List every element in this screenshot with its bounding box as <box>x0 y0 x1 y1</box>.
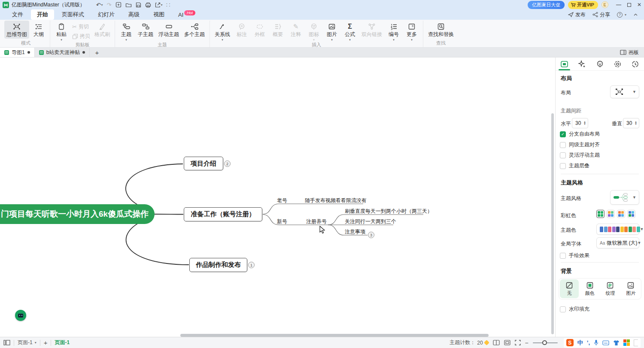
page-tab-active[interactable]: 页面-1 <box>55 339 70 346</box>
panel-tab-clipart[interactable] <box>609 57 626 70</box>
mindmap-mode-button[interactable]: 思维导图 <box>4 21 29 39</box>
outline-mode-button[interactable]: 大纲 <box>30 21 47 39</box>
insert-icon-button[interactable]: 图标 ▾ <box>305 21 322 41</box>
help-button[interactable]: ?▾ <box>617 12 626 18</box>
vertical-spacing-stepper[interactable]: 30 ▲▼ <box>623 118 639 128</box>
numbering-button[interactable]: 编号 ▾ <box>385 21 402 41</box>
layout-dropdown[interactable]: ▼ <box>610 85 639 98</box>
panel-tab-style[interactable] <box>556 57 573 70</box>
microphone-icon[interactable] <box>594 339 598 346</box>
minimize-button[interactable]: — <box>616 2 621 7</box>
theme-color-dropdown[interactable]: ▼ <box>596 224 639 235</box>
page-list-button[interactable] <box>3 340 10 345</box>
tab-ai[interactable]: AI Hot <box>172 10 201 19</box>
summer-promo-badge[interactable]: 亿图夏日大促 <box>528 1 565 9</box>
floating-topic-button[interactable]: 浮动主题 <box>156 21 181 39</box>
picture-button[interactable]: 图片 ▾ <box>323 21 340 41</box>
panel-tab-icon[interactable] <box>591 57 608 70</box>
sibling-align-checkbox[interactable]: 同级主题对齐 <box>560 141 600 148</box>
panel-tab-ai[interactable] <box>573 57 591 70</box>
tab-slides[interactable]: 幻灯片 <box>92 9 121 20</box>
summary-button[interactable]: 概要 <box>269 21 286 39</box>
tab-home[interactable]: 开始 <box>31 9 54 20</box>
root-topic[interactable]: 门项目每天听歌一小时月入6k傻瓜式操作 <box>0 204 155 224</box>
tab-advanced[interactable]: 高级 <box>122 9 146 20</box>
topic-button[interactable]: 主题 ▾ <box>118 21 135 41</box>
fullscreen-button[interactable] <box>515 340 521 345</box>
close-button[interactable]: ✕ <box>637 2 641 7</box>
subtopic-old-note[interactable]: 随手发布视频看看限流没有 <box>305 197 367 204</box>
user-avatar[interactable]: E <box>601 1 608 8</box>
undo-button[interactable]: ↶▾ <box>96 2 103 8</box>
add-page-button[interactable]: + <box>44 339 48 346</box>
paste-button[interactable]: 粘贴 ▾ <box>53 21 70 41</box>
stepper-arrows-icon[interactable]: ▲▼ <box>583 121 586 125</box>
tab-page-style[interactable]: 页面样式 <box>56 9 90 20</box>
skin-shirt-icon[interactable] <box>613 340 620 346</box>
print-button[interactable] <box>145 2 151 8</box>
zoom-slider-handle[interactable] <box>542 340 547 345</box>
comment-button[interactable]: ✎ 注释 <box>287 21 304 39</box>
subtopic-old-account[interactable]: 老号 <box>277 197 287 204</box>
boundary-button[interactable]: 外框 <box>251 21 268 39</box>
punctuation-icon[interactable]: ’, <box>587 339 590 346</box>
free-layout-checkbox[interactable]: ✓ 分支自由布局 <box>560 130 600 138</box>
bg-texture-option[interactable]: 纹理 <box>601 279 620 298</box>
rainbow-swatch-rainbow[interactable] <box>607 210 615 218</box>
multi-topic-button[interactable]: 多个主题 <box>182 21 207 39</box>
cut-button[interactable]: ✂剪切 <box>71 23 91 31</box>
doc-tab-1[interactable]: 导图1 <box>0 48 35 57</box>
vertical-scrollbar[interactable] <box>551 113 554 334</box>
rainbow-swatch-warm[interactable] <box>617 210 625 218</box>
rainbow-swatch-green[interactable] <box>596 210 605 218</box>
branch-topic-publish[interactable]: 作品制作和发布 <box>189 258 247 272</box>
collapse-badge[interactable]: 2 <box>224 160 231 167</box>
bg-none-option[interactable]: 无 <box>560 279 579 298</box>
collapse-badge[interactable]: 1 <box>248 262 255 268</box>
panel-tab-history[interactable] <box>626 57 644 70</box>
save-button[interactable] <box>136 2 141 8</box>
branch-topic-intro[interactable]: 项目介绍 <box>184 157 223 170</box>
branch-topic-prepare[interactable]: 准备工作（账号注册） <box>184 207 262 221</box>
ai-assistant-button[interactable] <box>15 310 26 321</box>
topic-overlap-checkbox[interactable]: 主题层叠 <box>560 162 589 169</box>
relationship-button[interactable]: 关系线 ▾ <box>213 21 232 41</box>
bidirectional-link-button[interactable]: 双向链接 <box>359 21 384 39</box>
split-view-button[interactable] <box>493 340 500 345</box>
toolbox-grid-icon[interactable] <box>623 339 630 346</box>
horizontal-spacing-stepper[interactable]: 30 ▲▼ <box>572 118 588 128</box>
tab-view[interactable]: 视图 <box>147 9 170 20</box>
doc-tab-2[interactable]: b站卖天涯神贴 <box>35 48 90 57</box>
subtopic-register[interactable]: 注册养号 <box>306 218 327 225</box>
new-doc-tab-button[interactable]: + <box>90 48 104 57</box>
subtopic-brush-vertical[interactable]: 刷垂直度每天一到两个小时（两三天） <box>345 208 432 215</box>
copy-button[interactable]: 拷贝 <box>71 32 91 40</box>
flexible-floating-checkbox[interactable]: 灵活浮动主题 <box>560 151 600 159</box>
mindmap-canvas[interactable]: 门项目每天听歌一小时月入6k傻瓜式操作 项目介绍 2 准备工作（账号注册） 作品… <box>0 57 555 337</box>
callout-button[interactable]: 标注 <box>233 21 250 39</box>
fit-page-button[interactable] <box>504 340 510 345</box>
bg-image-option[interactable]: 图片 <box>621 279 640 298</box>
hand-drawn-checkbox[interactable]: 手绘效果 <box>560 252 589 259</box>
collapse-badge[interactable]: 3 <box>368 232 374 238</box>
more-button[interactable]: 更多 ▾ <box>403 21 420 41</box>
collapse-ribbon-button[interactable] <box>633 12 638 18</box>
rainbow-swatch-cool[interactable] <box>627 210 635 218</box>
bg-color-option[interactable]: 颜色 <box>580 279 599 298</box>
global-font-dropdown[interactable]: Aa 微软雅黑 (大) ▼ <box>596 237 639 248</box>
find-replace-button[interactable]: 查找和替换 <box>426 21 456 39</box>
maximize-button[interactable] <box>627 3 631 7</box>
subtopic-new-account[interactable]: 新号 <box>277 218 287 225</box>
zoom-out-button[interactable]: − <box>525 339 529 346</box>
share-button[interactable]: 分享 <box>592 11 610 18</box>
publish-button[interactable]: 发布 <box>568 11 586 18</box>
subtopic-follow-peers[interactable]: 关注同行一天两到三个 <box>345 218 396 225</box>
keyboard-icon[interactable] <box>602 340 609 345</box>
new-file-button[interactable] <box>115 2 122 8</box>
chinese-mode-icon[interactable]: 中 <box>577 339 583 347</box>
theme-style-dropdown[interactable]: ▼ <box>610 190 639 205</box>
open-file-button[interactable] <box>125 2 132 8</box>
formula-button[interactable]: Σ 公式 ▾ <box>341 21 358 41</box>
horizontal-scrollbar[interactable] <box>180 334 489 337</box>
zoom-slider[interactable] <box>533 342 558 343</box>
